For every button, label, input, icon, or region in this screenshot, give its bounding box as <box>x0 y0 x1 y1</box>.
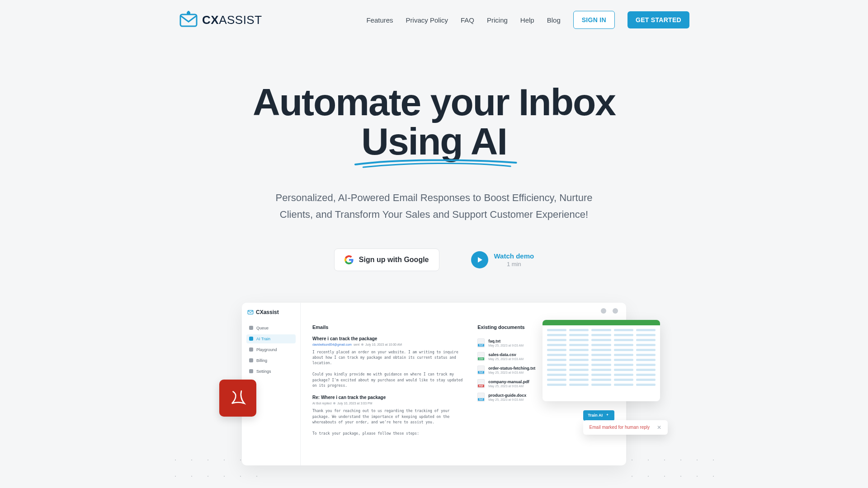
nav-link-pricing[interactable]: Pricing <box>487 16 508 24</box>
nav-link-features[interactable]: Features <box>366 16 393 24</box>
logo-text: CXASSIST <box>202 13 262 27</box>
nav-link-help[interactable]: Help <box>520 16 534 24</box>
hero: Automate your Inbox Using AI Personalize… <box>179 83 689 271</box>
train-icon <box>249 337 253 341</box>
file-icon: PDF <box>477 379 485 388</box>
google-icon <box>344 255 354 264</box>
emails-column: Emails Where i can track the package dav… <box>312 324 463 457</box>
watch-demo-sub: 1 min <box>494 261 534 267</box>
hero-heading: Automate your Inbox Using AI <box>179 83 689 162</box>
spreadsheet-overlay-tile <box>542 320 660 401</box>
email-date: July 10, 2023 at 3:03 PM <box>337 402 372 405</box>
watch-demo-title: Watch demo <box>494 252 534 260</box>
spreadsheet-body <box>542 325 660 392</box>
train-ai-button[interactable]: Train AI <box>583 410 614 421</box>
underline-swoosh-icon <box>352 157 519 170</box>
sidebar-item-billing[interactable]: Billing <box>246 356 296 365</box>
sidebar-item-playground[interactable]: Playground <box>246 345 296 354</box>
top-nav: CXASSIST Features Privacy Policy FAQ Pri… <box>179 0 689 40</box>
nav-link-faq[interactable]: FAQ <box>461 16 474 24</box>
svg-rect-2 <box>188 11 189 12</box>
pdf-overlay-tile <box>219 380 256 417</box>
nav-link-privacy[interactable]: Privacy Policy <box>406 16 448 24</box>
play-icon <box>471 251 488 268</box>
email-body: I recently placed an order on your websi… <box>312 350 463 389</box>
email-subject: Where i can track the package <box>312 336 463 341</box>
sidebar-item-label: AI Train <box>256 337 270 341</box>
app-brand-text: CXassist <box>256 309 279 315</box>
dot-icon <box>333 402 335 404</box>
sparkle-icon <box>605 413 610 418</box>
nav-link-blog[interactable]: Blog <box>547 16 561 24</box>
moon-icon <box>601 308 606 314</box>
google-signup-button[interactable]: Sign up with Google <box>334 249 439 271</box>
email-date: July 10, 2023 at 10:00 AM <box>365 343 402 346</box>
file-icon: TXT <box>477 338 485 347</box>
nav-right: Features Privacy Policy FAQ Pricing Help… <box>366 11 689 29</box>
playground-icon <box>249 347 253 352</box>
toast-message: Email marked for human reply <box>590 425 650 430</box>
queue-icon <box>249 326 253 330</box>
sidebar-item-label: Queue <box>256 326 269 330</box>
sidebar-item-queue[interactable]: Queue <box>246 324 296 333</box>
sidebar-item-label: Billing <box>256 358 267 363</box>
sign-in-button[interactable]: SIGN IN <box>573 11 615 29</box>
toast-notification: Email marked for human reply ✕ <box>583 420 668 435</box>
file-icon: CSV <box>477 352 485 361</box>
hero-line1: Automate your Inbox <box>253 81 615 123</box>
close-icon[interactable]: ✕ <box>657 424 661 431</box>
app-brand: CXassist <box>246 309 296 315</box>
email-meta: davidwilson854@gmail.com sent July 10, 2… <box>312 343 463 346</box>
hero-subtitle: Personalized, AI-Powered Email Responses… <box>271 190 597 223</box>
hero-line2-wrap: Using AI <box>361 122 507 161</box>
avatar-icon <box>613 308 618 314</box>
sidebar-item-ai-train[interactable]: AI Train <box>246 334 296 343</box>
get-started-button[interactable]: GET STARTED <box>627 11 689 28</box>
email-from: AI Bot replied <box>312 402 331 405</box>
cta-row: Sign up with Google Watch demo 1 min <box>179 249 689 271</box>
watch-demo-text: Watch demo 1 min <box>494 252 534 267</box>
logo[interactable]: CXASSIST <box>179 10 262 30</box>
hero-line2: Using AI <box>361 120 507 163</box>
sidebar-item-label: Playground <box>256 347 277 352</box>
email-subject: Re: Where i can track the package <box>312 395 463 400</box>
email-meta: AI Bot replied July 10, 2023 at 3:03 PM <box>312 402 463 405</box>
billing-icon <box>249 358 253 362</box>
google-signup-label: Sign up with Google <box>359 256 429 264</box>
email-body: Thank you for reaching out to us regardi… <box>312 408 463 436</box>
spreadsheet-header <box>542 320 660 325</box>
envelope-icon <box>247 309 254 315</box>
file-icon: TXT <box>477 393 485 402</box>
sidebar-item-label: Settings <box>256 369 271 374</box>
train-ai-label: Train AI <box>588 413 603 418</box>
app-preview: CXassist Queue AI Train Playground Billi… <box>179 303 689 465</box>
adobe-pdf-icon <box>228 389 247 408</box>
watch-demo-button[interactable]: Watch demo 1 min <box>471 251 534 268</box>
sidebar-item-settings[interactable]: Settings <box>246 367 296 376</box>
dot-icon <box>361 343 363 346</box>
emails-title: Emails <box>312 324 463 330</box>
email-from: davidwilson854@gmail.com <box>312 343 352 346</box>
svg-rect-0 <box>180 14 197 26</box>
file-icon: TXT <box>477 366 485 375</box>
email-sent-word: sent <box>354 343 359 346</box>
settings-icon <box>249 369 253 373</box>
app-topbar <box>601 308 618 314</box>
envelope-cog-icon <box>179 10 198 30</box>
